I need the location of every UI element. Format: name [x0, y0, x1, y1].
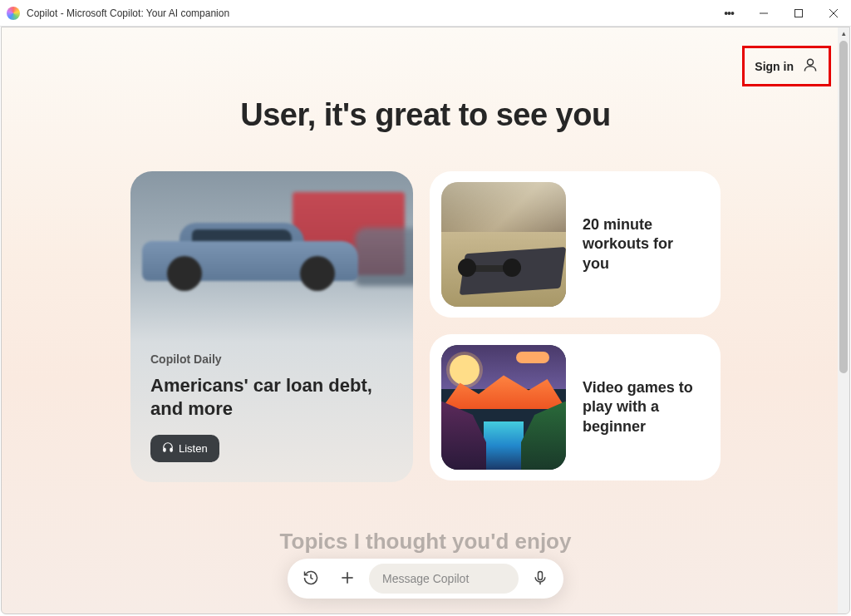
- listen-label: Listen: [179, 442, 208, 455]
- titlebar-controls: •••: [711, 0, 851, 27]
- svg-rect-6: [170, 448, 172, 451]
- topics-heading: Topics I thought you'd enjoy: [2, 529, 849, 554]
- headphones-icon: [162, 441, 174, 456]
- close-button[interactable]: [816, 0, 851, 27]
- daily-card-text: Copilot Daily Americans' car loan debt, …: [130, 352, 413, 482]
- maximize-button[interactable]: [781, 0, 816, 27]
- composer: [288, 559, 563, 599]
- scrollbar-up-icon[interactable]: ▴: [838, 27, 849, 39]
- signin-label: Sign in: [755, 60, 794, 73]
- copilot-daily-card[interactable]: Copilot Daily Americans' car loan debt, …: [130, 171, 413, 482]
- app-content: ▴ Sign in User, it's great to see you: [1, 27, 850, 614]
- microphone-icon: [532, 569, 548, 589]
- cards-row: Copilot Daily Americans' car loan debt, …: [2, 171, 849, 482]
- workout-image: [441, 182, 566, 307]
- add-button[interactable]: [332, 564, 362, 594]
- window-title: Copilot - Microsoft Copilot: Your AI com…: [27, 7, 229, 19]
- user-icon: [802, 57, 819, 76]
- suggestion-title: Video games to play with a beginner: [583, 378, 709, 436]
- scrollbar-thumb[interactable]: [839, 41, 848, 373]
- signin-highlight: Sign in: [742, 46, 831, 86]
- games-image: [441, 345, 566, 470]
- listen-button[interactable]: Listen: [150, 435, 219, 462]
- suggestion-title: 20 minute workouts for you: [583, 215, 709, 274]
- copilot-app-icon: [7, 7, 20, 20]
- minimize-button[interactable]: [746, 0, 781, 27]
- signin-button[interactable]: Sign in: [750, 52, 824, 81]
- greeting-heading: User, it's great to see you: [2, 97, 849, 133]
- daily-card-image: [130, 171, 413, 342]
- history-button[interactable]: [296, 564, 326, 594]
- daily-label: Copilot Daily: [150, 352, 393, 366]
- svg-rect-9: [539, 571, 543, 579]
- daily-headline: Americans' car loan debt, and more: [150, 374, 393, 420]
- scrollbar[interactable]: ▴: [838, 27, 849, 614]
- message-input[interactable]: [382, 572, 505, 585]
- svg-rect-5: [164, 448, 165, 451]
- svg-rect-1: [795, 9, 803, 17]
- mic-button[interactable]: [525, 564, 555, 594]
- titlebar-left: Copilot - Microsoft Copilot: Your AI com…: [7, 7, 229, 20]
- svg-point-4: [808, 59, 814, 65]
- titlebar: Copilot - Microsoft Copilot: Your AI com…: [0, 0, 851, 27]
- suggestion-cards: 20 minute workouts for you Video games t…: [430, 171, 721, 482]
- plus-icon: [339, 569, 356, 589]
- suggestion-card-games[interactable]: Video games to play with a beginner: [430, 334, 721, 480]
- history-icon: [303, 569, 319, 589]
- more-button[interactable]: •••: [711, 0, 746, 27]
- message-input-wrap[interactable]: [369, 564, 519, 594]
- suggestion-card-workout[interactable]: 20 minute workouts for you: [430, 171, 721, 318]
